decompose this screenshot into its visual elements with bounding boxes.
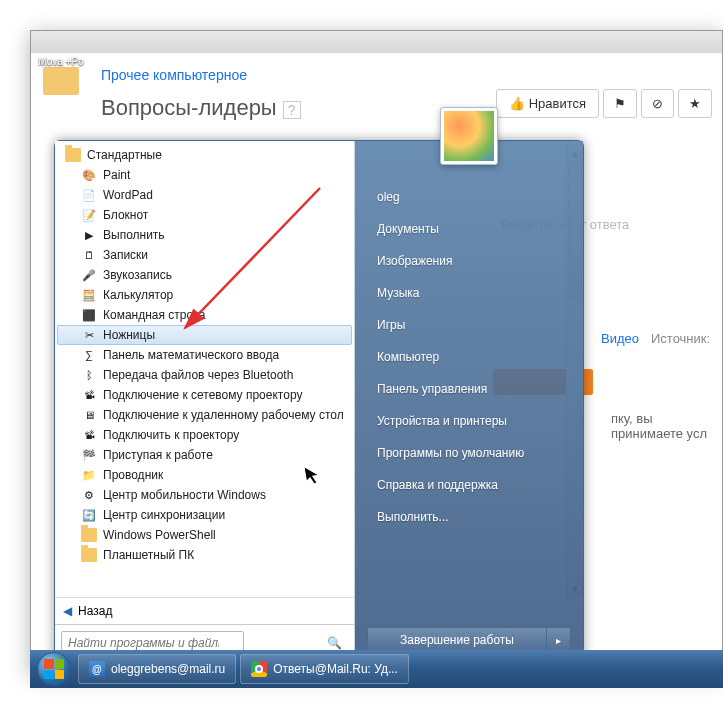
program-item[interactable]: ⚙Центр мобильности Windows — [57, 485, 352, 505]
program-icon: 📄 — [81, 187, 97, 203]
folder-icon — [65, 148, 81, 162]
taskbar-item-label: oleggrebens@mail.ru — [111, 662, 225, 676]
back-arrow-icon: ◀ — [63, 604, 72, 618]
thumbs-up-icon: 👍 — [509, 96, 525, 111]
program-icon: 🎤 — [81, 267, 97, 283]
user-avatar-frame[interactable] — [440, 107, 498, 165]
start-right-item[interactable]: Устройства и принтеры — [373, 405, 571, 437]
block-icon: ⊘ — [652, 96, 663, 111]
program-item[interactable]: 📽Подключить к проектору — [57, 425, 352, 445]
program-label: Ножницы — [103, 328, 155, 342]
start-right-item[interactable]: Документы — [373, 213, 571, 245]
program-label: Передача файлов через Bluetooth — [103, 368, 293, 382]
start-right-item[interactable]: Изображения — [373, 245, 571, 277]
windows-logo-icon — [37, 652, 71, 686]
folder-label: Стандартные — [87, 148, 162, 162]
program-item[interactable]: ⬛Командная строка — [57, 305, 352, 325]
program-label: Подключить к проектору — [103, 428, 239, 442]
start-right-item[interactable]: oleg — [373, 181, 571, 213]
program-item[interactable]: 📝Блокнот — [57, 205, 352, 225]
action-toolbar: 👍Нравится ⚑ ⊘ ★ — [496, 89, 712, 118]
program-item[interactable]: 🗒Записки — [57, 245, 352, 265]
program-label: Планшетный ПК — [103, 548, 194, 562]
program-label: Выполнить — [103, 228, 165, 242]
program-item[interactable]: 🏁Приступая к работе — [57, 445, 352, 465]
folder-icon — [81, 527, 97, 543]
video-link[interactable]: Видео — [601, 331, 639, 346]
program-label: Панель математического ввода — [103, 348, 279, 362]
program-item[interactable]: 📽Подключение к сетевому проектору — [57, 385, 352, 405]
program-label: Звукозапись — [103, 268, 172, 282]
program-item[interactable]: 🔄Центр синхронизации — [57, 505, 352, 525]
program-label: Записки — [103, 248, 148, 262]
program-item[interactable]: 📄WordPad — [57, 185, 352, 205]
program-item[interactable]: ᛒПередача файлов через Bluetooth — [57, 365, 352, 385]
start-right-item[interactable]: Компьютер — [373, 341, 571, 373]
program-item[interactable]: 📁Проводник — [57, 465, 352, 485]
like-button[interactable]: 👍Нравится — [496, 89, 599, 118]
program-item[interactable]: 🧮Калькулятор — [57, 285, 352, 305]
program-label: WordPad — [103, 188, 153, 202]
user-avatar — [444, 111, 494, 161]
program-icon: ∑ — [81, 347, 97, 363]
taskbar-item[interactable]: oleggrebens@mail.ru — [78, 654, 236, 684]
program-item[interactable]: ✂Ножницы — [57, 325, 352, 345]
bookmark-button[interactable]: ⚑ — [603, 89, 637, 118]
terms-note: пку, вы принимаете усл — [611, 411, 722, 441]
program-icon: 📝 — [81, 207, 97, 223]
program-icon: ▶ — [81, 227, 97, 243]
program-icon: 🗒 — [81, 247, 97, 263]
program-label: Windows PowerShell — [103, 528, 216, 542]
search-icon: 🔍 — [327, 636, 342, 650]
program-icon: 📁 — [81, 467, 97, 483]
desktop-shortcut[interactable]: Mova +Po — [36, 56, 86, 97]
folder-icon — [81, 547, 97, 563]
program-icon: ⚙ — [81, 487, 97, 503]
program-item[interactable]: Планшетный ПК — [57, 545, 352, 565]
program-item[interactable]: 🎨Paint — [57, 165, 352, 185]
program-icon: ᛒ — [81, 367, 97, 383]
program-item[interactable]: 🎤Звукозапись — [57, 265, 352, 285]
program-label: Paint — [103, 168, 130, 182]
start-right-item[interactable]: Панель управления — [373, 373, 571, 405]
program-label: Проводник — [103, 468, 163, 482]
program-icon: 🎨 — [81, 167, 97, 183]
start-right-item[interactable]: Выполнить... — [373, 501, 571, 533]
taskbar-item[interactable]: Ответы@Mail.Ru: Уд... — [240, 654, 409, 684]
programs-list: Стандартные 🎨Paint📄WordPad📝Блокнот▶Выпол… — [55, 141, 354, 597]
start-right-item[interactable]: Музыка — [373, 277, 571, 309]
block-button[interactable]: ⊘ — [641, 89, 674, 118]
chrome-icon — [251, 661, 267, 677]
program-icon: ✂ — [81, 327, 97, 343]
program-icon: ⬛ — [81, 307, 97, 323]
program-label: Подключение к удаленному рабочему стол — [103, 408, 344, 422]
back-button[interactable]: ◀ Назад — [55, 597, 354, 624]
start-menu-programs-panel: Стандартные 🎨Paint📄WordPad📝Блокнот▶Выпол… — [55, 141, 355, 661]
folder-header[interactable]: Стандартные — [57, 145, 352, 165]
start-menu-right-panel: olegДокументыИзображенияМузыкаИгрыКомпью… — [355, 141, 583, 661]
program-label: Командная строка — [103, 308, 205, 322]
program-item[interactable]: 🖥Подключение к удаленному рабочему стол — [57, 405, 352, 425]
mail-icon — [89, 661, 105, 677]
program-icon: 📽 — [81, 427, 97, 443]
program-label: Подключение к сетевому проектору — [103, 388, 302, 402]
program-label: Блокнот — [103, 208, 148, 222]
program-item[interactable]: Windows PowerShell — [57, 525, 352, 545]
start-right-item[interactable]: Программы по умолчанию — [373, 437, 571, 469]
start-menu: Стандартные 🎨Paint📄WordPad📝Блокнот▶Выпол… — [54, 140, 584, 662]
start-button[interactable] — [32, 650, 76, 688]
back-label: Назад — [78, 604, 112, 618]
program-icon: 🧮 — [81, 287, 97, 303]
program-icon: 🔄 — [81, 507, 97, 523]
program-label: Калькулятор — [103, 288, 173, 302]
program-label: Центр мобильности Windows — [103, 488, 266, 502]
taskbar: oleggrebens@mail.ruОтветы@Mail.Ru: Уд... — [30, 650, 723, 688]
start-right-item[interactable]: Игры — [373, 309, 571, 341]
program-icon: 🖥 — [81, 407, 97, 423]
program-icon: 🏁 — [81, 447, 97, 463]
program-item[interactable]: ∑Панель математического ввода — [57, 345, 352, 365]
help-icon[interactable]: ? — [283, 101, 301, 119]
star-button[interactable]: ★ — [678, 89, 712, 118]
program-item[interactable]: ▶Выполнить — [57, 225, 352, 245]
start-right-item[interactable]: Справка и поддержка — [373, 469, 571, 501]
